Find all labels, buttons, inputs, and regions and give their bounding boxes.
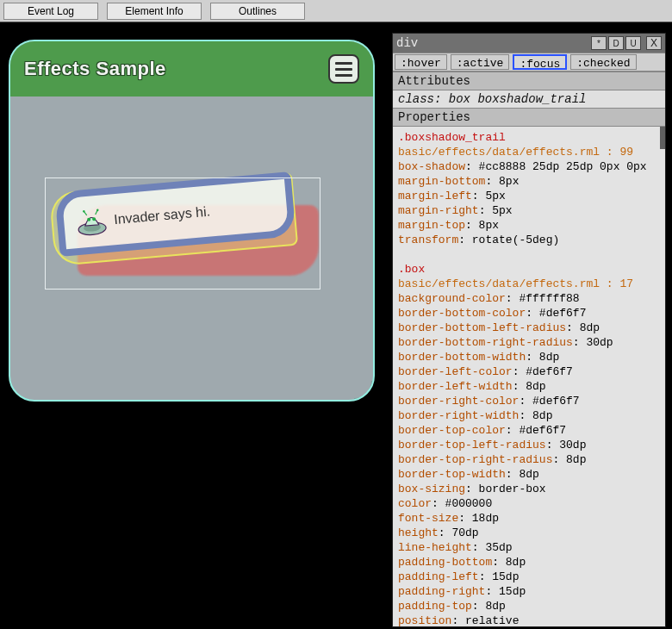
property-line: margin-right: 5px (398, 203, 660, 218)
rule-selector: .boxshadow_trail (398, 130, 660, 145)
pseudo-hover[interactable]: :hover (395, 54, 447, 70)
menu-icon[interactable] (328, 54, 359, 84)
pseudo-checked[interactable]: :checked (570, 54, 636, 70)
stage: Effects Sample Invade (0, 22, 672, 629)
property-line: padding-top: 8dp (398, 599, 660, 613)
sample-body: Invader says hi. (10, 97, 373, 400)
property-line: border-top-color: #def6f7 (398, 423, 660, 438)
rule-source: basic/effects/data/effects.rml : 17 (398, 277, 660, 291)
property-line: border-bottom-right-radius: 30dp (398, 335, 660, 350)
attribute-line: class: box boxshadow_trail (393, 90, 665, 108)
property-line: padding-bottom: 8dp (398, 555, 660, 570)
property-line: border-left-width: 8dp (398, 379, 660, 394)
element-info-button[interactable]: Element Info (107, 3, 202, 20)
outlines-button[interactable]: Outlines (210, 3, 305, 20)
property-line: box-sizing: border-box (398, 482, 660, 496)
sample-header: Effects Sample (10, 41, 373, 97)
scrollbar-thumb[interactable] (660, 127, 665, 149)
property-line: border-bottom-left-radius: 8dp (398, 321, 660, 335)
property-line: border-left-color: #def6f7 (398, 364, 660, 379)
inspector-titlebar[interactable]: div * D U X (393, 34, 665, 53)
rule-source: basic/effects/data/effects.rml : 99 (398, 145, 660, 159)
property-line: border-top-width: 8dp (398, 467, 660, 482)
property-line: padding-right: 15dp (398, 584, 660, 599)
attributes-header: Attributes (393, 72, 665, 90)
box-text: Invader says hi. (113, 203, 210, 227)
star-button[interactable]: * (591, 36, 607, 50)
sample-title: Effects Sample (24, 58, 166, 80)
property-line: padding-left: 15dp (398, 570, 660, 584)
property-line: margin-left: 5px (398, 189, 660, 203)
resize-handle[interactable] (354, 381, 375, 402)
property-line: border-top-left-radius: 30dp (398, 438, 660, 452)
property-line: border-right-color: #def6f7 (398, 394, 660, 408)
properties-header: Properties (393, 108, 665, 127)
property-line: line-height: 35dp (398, 540, 660, 555)
sample-window: Effects Sample Invade (9, 40, 375, 402)
property-line: box-shadow: #cc8888 25dp 25dp 0px 0px (398, 159, 660, 174)
property-line: border-bottom-color: #def6f7 (398, 306, 660, 321)
u-button[interactable]: U (625, 36, 641, 50)
property-line: margin-top: 8px (398, 218, 660, 233)
pseudo-class-row: :hover :active :focus :checked (393, 53, 665, 72)
property-line: border-top-right-radius: 8dp (398, 452, 660, 467)
property-line: background-color: #ffffff88 (398, 291, 660, 306)
event-log-button[interactable]: Event Log (3, 3, 98, 20)
rule-selector: .box (398, 262, 660, 277)
property-line: transform: rotate(-5deg) (398, 233, 660, 247)
property-line: font-size: 18dp (398, 511, 660, 526)
d-button[interactable]: D (608, 36, 624, 50)
inspector-panel: div * D U X :hover :active :focus :check… (392, 33, 666, 627)
pseudo-focus[interactable]: :focus (513, 54, 567, 70)
property-line: height: 70dp (398, 526, 660, 540)
inspected-tag: div (396, 36, 589, 50)
pseudo-active[interactable]: :active (451, 54, 510, 70)
debug-toolbar: Event Log Element Info Outlines (0, 0, 672, 22)
invader-icon (73, 202, 110, 240)
properties-body[interactable]: .boxshadow_trailbasic/effects/data/effec… (393, 127, 665, 626)
close-button[interactable]: X (646, 36, 662, 50)
property-line: color: #000000 (398, 496, 660, 511)
property-line: position: relative (398, 613, 660, 626)
property-line: border-bottom-width: 8dp (398, 350, 660, 364)
property-line: margin-bottom: 8px (398, 174, 660, 189)
property-line: border-right-width: 8dp (398, 408, 660, 423)
